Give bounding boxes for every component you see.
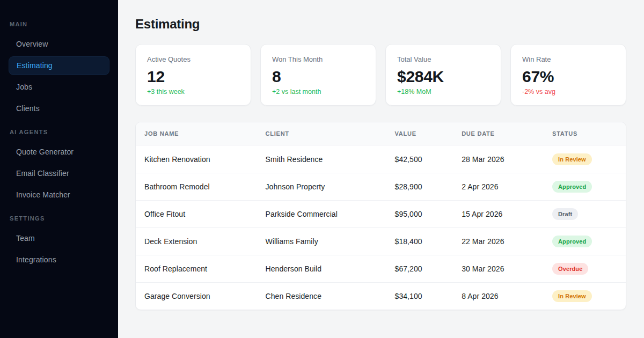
cell-value: $34,100 [386, 282, 453, 310]
column-header-client: Client [257, 122, 386, 145]
stat-label: Won This Month [272, 55, 365, 64]
nav-section-settings: SETTINGS TeamIntegrations [9, 205, 109, 270]
stat-card-won-this-month: Won This Month 8 +2 vs last month [260, 44, 376, 106]
stat-card-active-quotes: Active Quotes 12 +3 this week [135, 44, 251, 106]
column-header-due-date: Due Date [453, 122, 544, 145]
table-header-row: Job NameClientValueDue DateStatus [136, 122, 626, 145]
status-badge-overdue: Overdue [552, 263, 588, 275]
stat-label: Total Value [397, 55, 491, 64]
cell-client: Parkside Commercial [257, 200, 386, 227]
table-body: Kitchen RenovationSmith Residence$42,500… [136, 145, 626, 310]
cell-job: Deck Extension [136, 227, 257, 255]
stat-label: Win Rate [522, 55, 616, 64]
cell-due: 15 Apr 2026 [453, 200, 544, 227]
stat-card-win-rate: Win Rate 67% -2% vs avg [510, 44, 626, 106]
stat-value: 8 [272, 67, 365, 86]
nav-section-main: MAIN OverviewEstimatingJobsClients [9, 20, 109, 119]
sidebar-item-quote-generator[interactable]: Quote Generator [9, 143, 109, 161]
sidebar-item-overview[interactable]: Overview [9, 35, 109, 54]
cell-status: In Review [544, 282, 626, 310]
cell-due: 30 Mar 2026 [453, 255, 544, 282]
cell-status: In Review [544, 145, 626, 173]
cell-value: $67,200 [386, 255, 453, 282]
nav-section-label: AI AGENTS [10, 128, 109, 136]
column-header-job-name: Job Name [136, 122, 257, 145]
cell-due: 2 Apr 2026 [453, 173, 544, 200]
status-badge-draft: Draft [552, 208, 578, 220]
cell-due: 28 Mar 2026 [453, 145, 544, 173]
column-header-status: Status [544, 122, 626, 145]
cell-client: Johnson Property [257, 173, 386, 200]
main-content: Estimating Active Quotes 12 +3 this week… [118, 0, 644, 338]
cell-status: Overdue [544, 255, 626, 282]
sidebar-item-invoice-matcher[interactable]: Invoice Matcher [9, 186, 109, 204]
stat-delta: +2 vs last month [272, 87, 365, 96]
cell-job: Office Fitout [136, 200, 257, 227]
cell-status: Approved [544, 227, 626, 255]
table-row-roof-replacement[interactable]: Roof ReplacementHenderson Build$67,20030… [136, 255, 626, 282]
table-row-office-fitout[interactable]: Office FitoutParkside Commercial$95,0001… [136, 200, 626, 227]
sidebar-nav: MAIN OverviewEstimatingJobsClients AI AG… [9, 20, 109, 270]
cell-due: 8 Apr 2026 [453, 282, 544, 310]
sidebar-item-team[interactable]: Team [9, 229, 109, 248]
status-badge-approved: Approved [552, 181, 592, 193]
cell-status: Draft [544, 200, 626, 227]
quotes-table-container: Job NameClientValueDue DateStatus Kitche… [135, 122, 626, 310]
nav-section-ai-agents: AI AGENTS Quote GeneratorEmail Classifie… [9, 119, 109, 205]
sidebar: MAIN OverviewEstimatingJobsClients AI AG… [0, 0, 118, 338]
stat-delta: +18% MoM [397, 87, 491, 96]
cell-client: Williams Family [257, 227, 386, 255]
stat-value: 12 [147, 67, 240, 86]
sidebar-item-clients[interactable]: Clients [9, 99, 109, 118]
cell-value: $95,000 [386, 200, 453, 227]
page-title: Estimating [135, 16, 626, 32]
sidebar-item-email-classifier[interactable]: Email Classifier [9, 164, 109, 183]
stat-label: Active Quotes [147, 55, 240, 64]
sidebar-item-estimating[interactable]: Estimating [9, 56, 109, 75]
column-header-value: Value [386, 122, 453, 145]
quotes-table: Job NameClientValueDue DateStatus Kitche… [136, 122, 626, 310]
table-row-bathroom-remodel[interactable]: Bathroom RemodelJohnson Property$28,9002… [136, 173, 626, 200]
cell-client: Chen Residence [257, 282, 386, 310]
cell-job: Garage Conversion [136, 282, 257, 310]
cell-client: Smith Residence [257, 145, 386, 173]
cell-job: Kitchen Renovation [136, 145, 257, 173]
stat-value: $284K [397, 67, 491, 86]
table-row-garage-conversion[interactable]: Garage ConversionChen Residence$34,1008 … [136, 282, 626, 310]
table-head: Job NameClientValueDue DateStatus [136, 122, 626, 145]
table-row-deck-extension[interactable]: Deck ExtensionWilliams Family$18,40022 M… [136, 227, 626, 255]
sidebar-item-jobs[interactable]: Jobs [9, 78, 109, 97]
cell-value: $42,500 [386, 145, 453, 173]
cell-job: Roof Replacement [136, 255, 257, 282]
stat-value: 67% [522, 67, 616, 86]
stat-cards: Active Quotes 12 +3 this week Won This M… [135, 44, 626, 106]
status-badge-approved: Approved [552, 236, 592, 247]
status-badge-in-review: In Review [552, 290, 592, 302]
status-badge-in-review: In Review [552, 153, 592, 165]
cell-value: $18,400 [386, 227, 453, 255]
cell-value: $28,900 [386, 173, 453, 200]
stat-delta: -2% vs avg [522, 87, 616, 96]
sidebar-item-integrations[interactable]: Integrations [9, 251, 109, 269]
cell-client: Henderson Build [257, 255, 386, 282]
nav-section-label: MAIN [10, 20, 109, 28]
stat-delta: +3 this week [147, 87, 240, 96]
cell-status: Approved [544, 173, 626, 200]
stat-card-total-value: Total Value $284K +18% MoM [385, 44, 501, 106]
cell-due: 22 Mar 2026 [453, 227, 544, 255]
nav-section-label: SETTINGS [10, 215, 109, 222]
table-row-kitchen-renovation[interactable]: Kitchen RenovationSmith Residence$42,500… [136, 145, 626, 173]
cell-job: Bathroom Remodel [136, 173, 257, 200]
